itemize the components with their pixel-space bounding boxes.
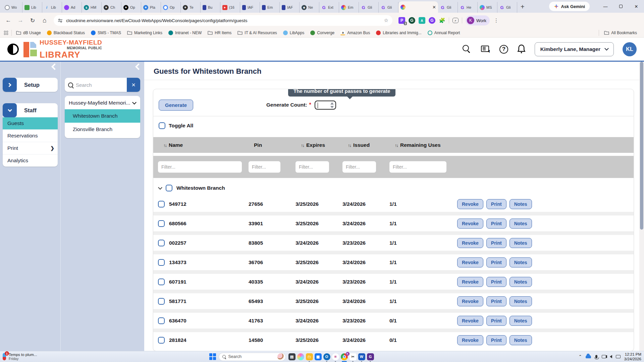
onedrive-icon[interactable] xyxy=(586,355,591,358)
word-taskbar-icon[interactable]: W xyxy=(358,353,365,360)
address-bar[interactable]: cloudnine.envisionware.net/EwCloud-WebAp… xyxy=(54,15,392,26)
browser-tab[interactable]: Op xyxy=(161,2,181,13)
notes-button[interactable]: Notes xyxy=(509,238,532,248)
browser-tab[interactable]: ▸(16 xyxy=(220,2,240,13)
browser-tab[interactable]: Ad xyxy=(62,2,82,13)
user-avatar[interactable]: KL xyxy=(623,42,637,56)
page-scrollbar[interactable] xyxy=(639,62,644,351)
row-checkbox[interactable] xyxy=(158,298,165,305)
print-button[interactable]: Print xyxy=(486,316,506,326)
bookmark-item[interactable]: Converge xyxy=(307,29,337,37)
window-minimize-button[interactable]: — xyxy=(598,0,613,13)
bookmark-star-icon[interactable]: ☆ xyxy=(384,17,388,23)
new-tab-button[interactable]: + xyxy=(521,3,525,11)
column-header-expires[interactable]: ↑↓Expires xyxy=(301,142,348,148)
help-icon[interactable]: ? xyxy=(499,45,508,54)
bookmark-item[interactable]: Blackbaud Status xyxy=(44,29,88,37)
print-button[interactable]: Print xyxy=(486,277,506,287)
sidebar-item-reservations[interactable]: Reservations xyxy=(3,129,58,142)
branch-item[interactable]: Whitestown Branch xyxy=(65,109,140,123)
branch-search-input[interactable] xyxy=(76,82,127,88)
filter-issued-input[interactable] xyxy=(342,161,376,173)
branch-panel-collapse-icon[interactable] xyxy=(135,63,142,70)
bookmark-item[interactable]: Intranet - NEW xyxy=(165,29,205,37)
column-header-issued[interactable]: ↑↓Issued xyxy=(348,142,395,148)
notifications-bell-icon[interactable] xyxy=(517,44,526,54)
window-maximize-button[interactable] xyxy=(613,0,629,13)
notes-button[interactable]: Notes xyxy=(509,277,532,287)
back-button[interactable]: ← xyxy=(3,15,13,25)
bookmark-item[interactable]: Marketing Links xyxy=(124,29,165,37)
browser-tab[interactable]: GGli xyxy=(438,2,458,13)
setup-card[interactable]: Setup xyxy=(3,78,58,92)
password-extension-icon[interactable]: P 3 xyxy=(398,17,405,24)
bookmark-item[interactable]: LibApps xyxy=(280,29,307,37)
sidebar-item-guests[interactable]: Guests xyxy=(3,117,58,129)
print-button[interactable]: Print xyxy=(486,257,506,267)
row-checkbox[interactable] xyxy=(158,317,165,324)
revoke-button[interactable]: Revoke xyxy=(457,257,483,267)
microphone-icon[interactable] xyxy=(595,355,597,358)
row-checkbox[interactable] xyxy=(158,220,165,227)
home-button[interactable]: ⌂ xyxy=(40,15,50,25)
revoke-button[interactable]: Revoke xyxy=(457,335,483,345)
browser-tab[interactable]: Em xyxy=(339,2,359,13)
contrast-toggle-icon[interactable] xyxy=(7,44,19,55)
filter-remaining-input[interactable] xyxy=(389,161,446,173)
filter-name-input[interactable] xyxy=(158,161,242,173)
store-taskbar-icon[interactable]: ▦ xyxy=(315,353,322,360)
snip-taskbar-icon[interactable]: ✂ xyxy=(350,353,357,360)
chrome-taskbar-icon[interactable]: K xyxy=(341,353,348,360)
start-button[interactable] xyxy=(209,353,216,360)
print-button[interactable]: Print xyxy=(486,219,506,229)
bookmark-item[interactable]: SMS - TMAS xyxy=(88,29,124,37)
guide-icon[interactable] xyxy=(481,44,491,54)
browser-tab[interactable]: ✳Pla xyxy=(141,2,161,13)
ask-gemini-button[interactable]: Ask Gemini xyxy=(549,2,590,11)
browser-tab[interactable]: ✳Op xyxy=(121,2,141,13)
column-header-name[interactable]: ↑↓Name xyxy=(163,142,254,148)
notepad-taskbar-icon[interactable]: ▤ xyxy=(288,353,296,360)
number-spinner[interactable] xyxy=(330,102,334,108)
notes-button[interactable]: Notes xyxy=(509,257,532,267)
branch-item[interactable]: Zionsville Branch xyxy=(65,123,140,136)
notes-button[interactable]: Notes xyxy=(509,199,532,209)
browser-tab[interactable]: IAF xyxy=(240,2,260,13)
filter-expires-input[interactable] xyxy=(296,161,329,173)
bookmark-item[interactable]: dB Usage xyxy=(13,29,44,37)
notes-button[interactable]: Notes xyxy=(509,335,532,345)
tray-expand-icon[interactable]: ⌃ xyxy=(579,354,582,359)
revoke-button[interactable]: Revoke xyxy=(457,199,483,209)
window-close-button[interactable]: ✕ xyxy=(629,0,644,13)
tab-close-icon[interactable]: ✕ xyxy=(432,5,436,10)
browser-tab[interactable]: GGli xyxy=(379,2,398,13)
browser-tab[interactable]: ◈Ne xyxy=(300,2,319,13)
bookmark-item[interactable]: Annual Report xyxy=(425,29,463,37)
grammarly-extension-icon[interactable]: G xyxy=(409,17,415,24)
sidebar-item-print[interactable]: Print❯ xyxy=(3,142,58,154)
clear-search-button[interactable]: × xyxy=(127,78,140,92)
row-checkbox[interactable] xyxy=(158,259,165,266)
print-button[interactable]: Print xyxy=(486,238,506,248)
print-button[interactable]: Print xyxy=(486,199,506,209)
notes-button[interactable]: Notes xyxy=(509,316,532,326)
glide-extension-icon[interactable]: G xyxy=(429,17,435,24)
column-header-remaining-uses[interactable]: ↑↓Remaining Uses xyxy=(395,142,462,148)
sidebar-item-analytics[interactable]: Analytics xyxy=(3,154,58,167)
browser-tab[interactable]: Bu xyxy=(201,2,220,13)
weather-widget[interactable]: 1 Temps to plum... Friday xyxy=(3,353,37,361)
extensions-puzzle-icon[interactable]: 🧩 xyxy=(439,17,445,24)
row-checkbox[interactable] xyxy=(158,279,165,285)
browser-tab[interactable]: IAF xyxy=(280,2,300,13)
apps-grid-icon[interactable] xyxy=(4,31,8,35)
branch-group-row[interactable]: Whitestown Branch xyxy=(153,178,634,196)
browser-tab[interactable]: GExt xyxy=(319,2,339,13)
gimp-taskbar-icon[interactable]: G xyxy=(367,353,374,360)
revoke-button[interactable]: Revoke xyxy=(457,316,483,326)
taskbar-clock[interactable]: 12:21 PM 3/24/2026 xyxy=(624,352,641,362)
network-icon[interactable] xyxy=(616,355,621,358)
notes-button[interactable]: Notes xyxy=(509,296,532,306)
browser-tab[interactable]: Em xyxy=(260,2,280,13)
explorer-taskbar-icon[interactable]: 🗀 xyxy=(306,353,313,360)
chrome-menu-icon[interactable]: ⋮ xyxy=(494,17,499,23)
